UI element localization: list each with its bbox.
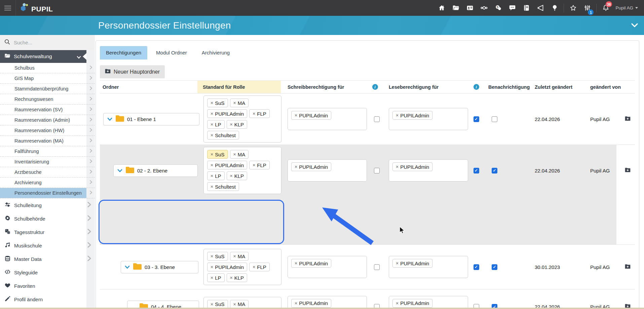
- role-tag-lp[interactable]: ×LP: [207, 120, 225, 129]
- roles-multiselect[interactable]: ×SuS×MA×PUPILAdmin×FLP×LP×KLP: [203, 249, 281, 285]
- role-tag-pupiladmin[interactable]: ×PUPILAdmin: [392, 111, 432, 120]
- filters-icon[interactable]: 1: [580, 0, 594, 16]
- write-info-checkbox[interactable]: [374, 168, 380, 173]
- remove-tag-icon[interactable]: ×: [211, 275, 213, 280]
- sidebar-item-fallführung[interactable]: Fallführung: [0, 146, 95, 157]
- remove-tag-icon[interactable]: ×: [230, 275, 233, 280]
- remove-tag-icon[interactable]: ×: [211, 173, 213, 179]
- sidebar-item-arztbesuche[interactable]: Arztbesuche: [0, 167, 95, 178]
- bell-icon[interactable]: 38: [599, 0, 613, 16]
- roles-multiselect[interactable]: ×SuS×MA×PUPILAdmin×FLP×LP×KLP×Schultest: [203, 95, 281, 143]
- role-tag-sus[interactable]: ×SuS: [207, 99, 228, 107]
- folder-open-icon[interactable]: [449, 0, 463, 16]
- expand-chevron-icon[interactable]: [124, 265, 130, 269]
- sidebar-item-rechnungswesen[interactable]: Rechnungswesen: [0, 94, 95, 105]
- sidebar-item-archivierung[interactable]: Archivierung: [0, 178, 95, 188]
- add-subfolder-button[interactable]: [621, 264, 635, 270]
- role-tag-ma[interactable]: ×MA: [230, 252, 249, 261]
- remove-tag-icon[interactable]: ×: [233, 254, 236, 259]
- role-tag-pupiladmin[interactable]: ×PUPILAdmin: [291, 259, 331, 268]
- role-tag-pupiladmin[interactable]: ×PUPILAdmin: [291, 299, 331, 308]
- user-menu[interactable]: Pupil AG: [613, 5, 641, 10]
- read-permission-multiselect[interactable]: ×PUPILAdmin: [389, 296, 468, 309]
- role-tag-pupiladmin[interactable]: ×PUPILAdmin: [207, 109, 247, 118]
- id-card-icon[interactable]: [463, 0, 477, 16]
- sidebar-item-profil-ändern[interactable]: Profil ändern: [0, 293, 95, 306]
- remove-tag-icon[interactable]: ×: [211, 162, 213, 168]
- sidebar-item-tagesstruktur[interactable]: Tagesstruktur: [0, 225, 95, 239]
- role-tag-pupiladmin[interactable]: ×PUPILAdmin: [291, 111, 331, 120]
- role-tag-schultest[interactable]: ×Schultest: [207, 131, 239, 140]
- remove-tag-icon[interactable]: ×: [396, 113, 399, 118]
- lightbulb-icon[interactable]: [547, 0, 562, 16]
- role-tag-pupiladmin[interactable]: ×PUPILAdmin: [392, 259, 432, 268]
- sidebar-item-schulverwaltung[interactable]: Schulverwaltung: [0, 50, 86, 63]
- info-icon[interactable]: i: [372, 84, 378, 90]
- remove-tag-icon[interactable]: ×: [253, 162, 255, 168]
- sidebar-item-raumreservation-ma-[interactable]: Raumreservation (MA): [0, 136, 95, 146]
- sidebar-item-stammdatenüberprüfung[interactable]: Stammdatenüberprüfung: [0, 84, 95, 94]
- remove-tag-icon[interactable]: ×: [233, 152, 236, 157]
- remove-tag-icon[interactable]: ×: [211, 264, 213, 270]
- remove-tag-icon[interactable]: ×: [211, 152, 213, 157]
- remove-tag-icon[interactable]: ×: [295, 113, 297, 118]
- role-tag-flp[interactable]: ×FLP: [249, 161, 270, 169]
- read-permission-multiselect[interactable]: ×PUPILAdmin: [389, 159, 468, 182]
- sidebar-item-styleguide[interactable]: Styleguide: [0, 266, 95, 279]
- hamburger-menu-icon[interactable]: [0, 6, 15, 10]
- remove-tag-icon[interactable]: ×: [211, 111, 213, 116]
- role-tag-pupiladmin[interactable]: ×PUPILAdmin: [291, 162, 331, 171]
- role-tag-flp[interactable]: ×FLP: [249, 109, 270, 118]
- nextcloud-icon[interactable]: [477, 0, 491, 16]
- role-tag-klp[interactable]: ×KLP: [227, 171, 248, 180]
- roles-multiselect[interactable]: ×SuS×MA×PUPILAdmin×FLP×LP×KLP×Schultest: [203, 147, 281, 194]
- folder-field[interactable]: 01 - Ebene 1: [103, 113, 199, 125]
- remove-tag-icon[interactable]: ×: [253, 264, 255, 270]
- remove-tag-icon[interactable]: ×: [233, 302, 236, 307]
- remove-tag-icon[interactable]: ×: [396, 261, 399, 266]
- role-tag-ma[interactable]: ×MA: [230, 150, 249, 159]
- remove-tag-icon[interactable]: ×: [211, 122, 213, 127]
- sidebar-item-raumreservation-admin-[interactable]: Raumreservation (Admin): [0, 115, 95, 125]
- sidebar-item-master-data[interactable]: Master Data: [0, 252, 95, 266]
- add-subfolder-button[interactable]: [621, 116, 635, 122]
- write-info-checkbox[interactable]: [374, 116, 380, 122]
- folder-field[interactable]: 02 - 2. Ebene: [113, 164, 198, 177]
- notification-checkbox[interactable]: ✓: [492, 264, 497, 270]
- tab-berechtigungen[interactable]: Berechtigungen: [100, 46, 147, 60]
- remove-tag-icon[interactable]: ×: [230, 173, 233, 179]
- role-tag-lp[interactable]: ×LP: [207, 273, 225, 282]
- expand-chevron-icon[interactable]: [117, 169, 123, 172]
- role-tag-lp[interactable]: ×LP: [207, 171, 225, 180]
- expand-chevron-icon[interactable]: [107, 117, 113, 121]
- megaphone-icon[interactable]: [533, 0, 547, 16]
- remove-tag-icon[interactable]: ×: [396, 164, 399, 169]
- role-tag-pupiladmin[interactable]: ×PUPILAdmin: [392, 299, 432, 308]
- roles-multiselect[interactable]: ×SuS×MA: [203, 297, 281, 309]
- new-root-folder-button[interactable]: Neuer Hauptordner: [100, 65, 165, 78]
- remove-tag-icon[interactable]: ×: [295, 164, 297, 169]
- sharepoint-icon[interactable]: S: [491, 0, 505, 16]
- write-permission-multiselect[interactable]: ×PUPILAdmin: [288, 159, 367, 182]
- write-permission-multiselect[interactable]: ×PUPILAdmin: [288, 256, 367, 278]
- sidebar-item-favoriten[interactable]: Favoriten: [0, 279, 95, 293]
- write-permission-multiselect[interactable]: ×PUPILAdmin: [288, 296, 367, 309]
- remove-tag-icon[interactable]: ×: [211, 100, 213, 106]
- remove-tag-icon[interactable]: ×: [211, 254, 213, 259]
- role-tag-klp[interactable]: ×KLP: [227, 273, 248, 282]
- sidebar-item-inventarisierung[interactable]: Inventarisierung: [0, 157, 95, 167]
- remove-tag-icon[interactable]: ×: [230, 122, 233, 127]
- book-icon[interactable]: [519, 0, 533, 16]
- star-icon[interactable]: [566, 0, 580, 16]
- read-permission-multiselect[interactable]: ×PUPILAdmin: [389, 108, 468, 130]
- search-input[interactable]: [14, 40, 81, 45]
- read-info-checkbox[interactable]: ✓: [473, 168, 479, 173]
- write-info-checkbox[interactable]: [374, 264, 380, 270]
- sidebar-item-gis-map[interactable]: GIS Map: [0, 73, 95, 84]
- role-tag-pupiladmin[interactable]: ×PUPILAdmin: [207, 161, 247, 169]
- tab-modul-ordner[interactable]: Modul Ordner: [150, 46, 193, 60]
- remove-tag-icon[interactable]: ×: [211, 302, 213, 307]
- remove-tag-icon[interactable]: ×: [295, 261, 297, 266]
- sidebar-item-raumreservation-sv-[interactable]: Raumreservation (SV): [0, 105, 95, 115]
- role-tag-sus[interactable]: ×SuS: [207, 252, 228, 261]
